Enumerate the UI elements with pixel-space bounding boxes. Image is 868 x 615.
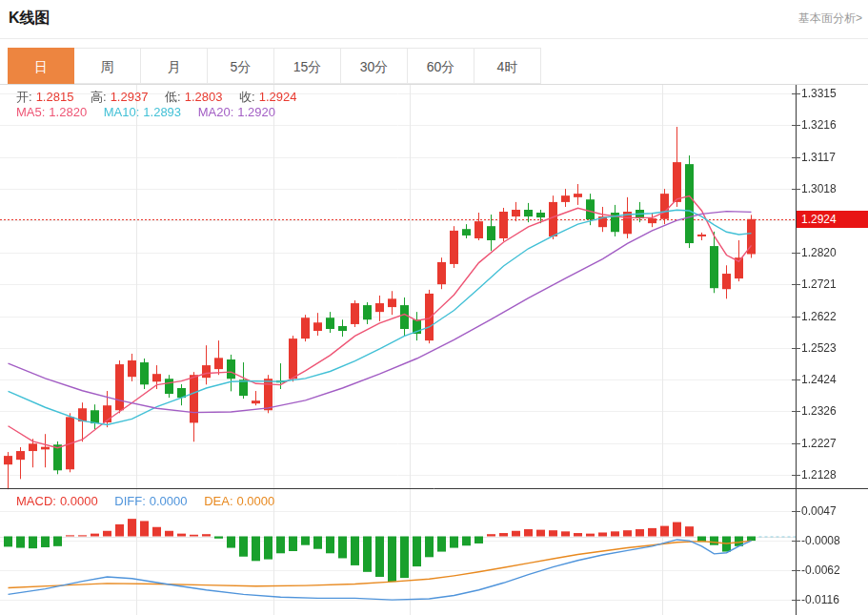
tab-min30[interactable]: 30分 [341, 48, 408, 84]
timeframe-tabbar: 日周月5分15分30分60分4时 [0, 48, 868, 85]
y-axis-label: 1.2424 [801, 372, 837, 387]
tab-min15[interactable]: 15分 [274, 48, 341, 84]
open-label: 开: [16, 90, 32, 104]
ma5-value: 1.2820 [49, 105, 87, 119]
macd-label: MACD: [16, 494, 56, 508]
ohlc-legend: 开:1.2815 高:1.2937 低:1.2803 收:1.2924 [16, 89, 310, 106]
y-axis-label: -0.0062 [801, 563, 840, 578]
low-value: 1.2803 [185, 90, 223, 104]
ma10-value: 1.2893 [143, 105, 181, 119]
y-axis-label: 1.2721 [801, 277, 837, 292]
y-axis-label: 1.3315 [801, 86, 837, 101]
kline-page: K线图 基本面分析> 日周月5分15分30分60分4时 开:1.2815 高:1… [0, 0, 868, 615]
y-axis-label: 1.2523 [801, 340, 837, 356]
ma10-label: MA10: [104, 105, 140, 119]
y-axis-label: 1.2820 [801, 245, 837, 260]
tab-day[interactable]: 日 [8, 48, 74, 84]
y-axis-label: 1.2622 [801, 309, 837, 324]
y-axis-label: 1.3018 [801, 181, 837, 196]
tab-min5[interactable]: 5分 [208, 48, 274, 84]
dea-value: 0.0000 [237, 494, 275, 508]
current-price-marker: 1.2924 [797, 211, 868, 228]
tab-week[interactable]: 周 [74, 48, 141, 84]
macd-legend: MACD:0.0000 DIFF:0.0000 DEA:0.0000 [16, 494, 288, 508]
close-label: 收: [239, 90, 255, 104]
tab-month[interactable]: 月 [141, 48, 208, 84]
diff-label: DIFF: [114, 494, 146, 508]
tab-min60[interactable]: 60分 [408, 48, 474, 84]
macd-value: 0.0000 [60, 494, 98, 508]
fundamental-analysis-link[interactable]: 基本面分析> [798, 10, 862, 27]
dea-label: DEA: [204, 494, 232, 508]
kline-chart-area: 开:1.2815 高:1.2937 低:1.2803 收:1.2924 MA5:… [0, 85, 868, 615]
close-value: 1.2924 [259, 90, 297, 104]
ma5-label: MA5: [16, 105, 45, 119]
kline-macd-canvas[interactable] [0, 85, 868, 615]
open-value: 1.2815 [36, 90, 74, 104]
y-axis-label: -0.0116 [801, 592, 839, 607]
y-axis-label: 0.0047 [801, 503, 837, 519]
tab-hour4[interactable]: 4时 [474, 48, 541, 84]
y-axis-label: 1.3117 [801, 150, 836, 165]
low-label: 低: [165, 90, 181, 104]
ma20-label: MA20: [198, 105, 234, 119]
high-value: 1.2937 [111, 90, 149, 104]
diff-value: 0.0000 [150, 494, 188, 508]
ma20-value: 1.2920 [237, 105, 275, 119]
y-axis-label: 1.2128 [801, 467, 837, 482]
y-axis-label: 1.3216 [801, 117, 837, 133]
y-axis-label: 1.2326 [801, 403, 837, 419]
header: K线图 基本面分析> [0, 0, 868, 39]
ma-legend: MA5:1.2820 MA10:1.2893 MA20:1.2920 [16, 105, 289, 119]
y-axis-label: 1.2227 [801, 436, 837, 451]
page-title: K线图 [0, 0, 868, 28]
high-label: 高: [91, 90, 107, 104]
y-axis-label: -0.0008 [801, 533, 840, 548]
